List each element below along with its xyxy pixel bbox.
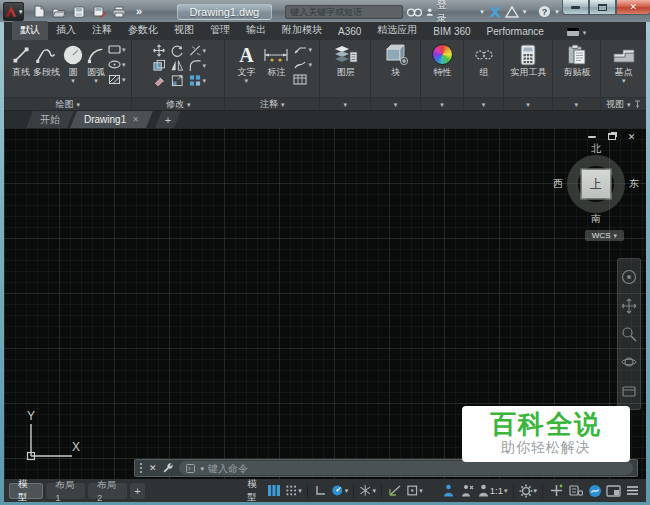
panel-title-properties[interactable]: [421, 97, 463, 110]
paste-button[interactable]: 剪贴板: [563, 42, 590, 77]
copy-tool-button[interactable]: [152, 59, 166, 72]
command-close-icon[interactable]: [149, 464, 157, 473]
command-customize-wrench-icon[interactable]: [162, 462, 174, 474]
insert-block-button[interactable]: 块: [384, 42, 408, 77]
grid-display-toggle[interactable]: [266, 482, 283, 499]
panel-title-draw[interactable]: 绘图: [4, 97, 131, 110]
viewcube-west-label[interactable]: 西: [553, 177, 563, 191]
recent-commands-icon[interactable]: [186, 464, 197, 473]
layout-tab-model[interactable]: 模型: [9, 483, 43, 499]
panel-title-modify[interactable]: 修改: [132, 97, 224, 110]
mleader-tool-button[interactable]: [293, 58, 312, 71]
scale-tool-button[interactable]: [170, 74, 184, 87]
viewcube-top-face[interactable]: 上: [581, 169, 612, 200]
qat-more-button[interactable]: [131, 4, 148, 20]
annotation-visibility-toggle[interactable]: [440, 482, 457, 499]
doc-close-button[interactable]: [625, 131, 638, 142]
isodraft-toggle[interactable]: [359, 482, 376, 499]
ribbon-tab-a360[interactable]: A360: [330, 24, 369, 40]
polar-arrow-icon[interactable]: [345, 487, 349, 494]
polyline-tool-button[interactable]: 多段线: [33, 42, 60, 77]
ribbon-tab-bim360[interactable]: BIM 360: [425, 24, 478, 40]
rotate-tool-button[interactable]: [170, 44, 184, 57]
ellipse-tool-button[interactable]: [108, 58, 126, 71]
workspace-arrow-icon[interactable]: [534, 487, 538, 494]
viewcube-east-label[interactable]: 东: [629, 177, 639, 191]
window-minimize-button[interactable]: [562, 0, 589, 15]
open-file-button[interactable]: [51, 4, 68, 20]
properties-button[interactable]: 特性: [432, 42, 453, 77]
erase-tool-button[interactable]: [152, 74, 166, 87]
new-layout-button[interactable]: [130, 483, 145, 499]
new-drawing-tab-button[interactable]: [155, 111, 181, 128]
panel-title-utilities[interactable]: [504, 97, 552, 110]
clean-screen-button[interactable]: [605, 482, 622, 499]
help-button[interactable]: ?: [538, 5, 551, 18]
hatch-tool-button[interactable]: [108, 73, 126, 86]
ribbon-tab-output[interactable]: 输出: [238, 21, 274, 40]
dock-grip-icon[interactable]: [139, 462, 144, 474]
tab-close-icon[interactable]: [132, 115, 139, 124]
layout-tab-layout2[interactable]: 布局2: [88, 483, 127, 499]
ribbon-tab-insert[interactable]: 插入: [48, 21, 84, 40]
move-tool-button[interactable]: [152, 44, 166, 57]
object-snap-tracking-toggle[interactable]: [387, 482, 404, 499]
viewcube-south-label[interactable]: 南: [591, 212, 601, 226]
doc-minimize-button[interactable]: [585, 131, 598, 142]
arc-tool-button[interactable]: 圆弧: [86, 42, 106, 84]
ribbon-tab-home[interactable]: 默认: [12, 21, 48, 40]
window-maximize-button[interactable]: [589, 0, 616, 15]
viewcube-north-label[interactable]: 北: [591, 142, 601, 156]
rectangle-tool-button[interactable]: [108, 43, 126, 56]
panel-title-groups[interactable]: [464, 97, 503, 110]
circle-tool-button[interactable]: 圆: [62, 42, 84, 84]
array-tool-button[interactable]: [188, 74, 207, 87]
dimension-tool-button[interactable]: 标注: [261, 42, 291, 77]
window-close-button[interactable]: [616, 0, 650, 15]
file-tab-start[interactable]: 开始: [26, 111, 74, 128]
doc-restore-button[interactable]: [605, 131, 618, 142]
annotation-scale-button[interactable]: 1:1: [478, 482, 508, 499]
app-menu-button[interactable]: [3, 2, 24, 21]
plot-button[interactable]: [111, 4, 128, 20]
panel-title-view[interactable]: 视图: [601, 97, 646, 110]
ribbon-tab-addins[interactable]: 附加模块: [274, 21, 330, 40]
customize-button[interactable]: [624, 482, 641, 499]
ribbon-tab-parametric[interactable]: 参数化: [120, 21, 166, 40]
ribbon-collapse-button[interactable]: [562, 27, 591, 40]
exchange-apps-button[interactable]: [488, 6, 501, 18]
model-space-toggle[interactable]: 模型: [244, 478, 263, 504]
workspace-switching-button[interactable]: [519, 482, 538, 499]
panel-title-annotation[interactable]: 注释: [225, 97, 319, 110]
snap-mode-toggle[interactable]: [285, 482, 302, 499]
command-input[interactable]: [208, 463, 626, 474]
annotation-scale-value[interactable]: 1:1: [490, 485, 503, 496]
ribbon-tab-annotate[interactable]: 注释: [84, 21, 120, 40]
panel-title-clipboard[interactable]: [553, 97, 599, 110]
ribbon-tab-view[interactable]: 视图: [166, 21, 202, 40]
group-button[interactable]: 组: [474, 42, 494, 77]
command-input-wrap[interactable]: [179, 461, 633, 475]
panel-title-block[interactable]: [371, 97, 419, 110]
osnap-arrow-icon[interactable]: [419, 487, 423, 494]
drawing-canvas[interactable]: 北 南 西 东 上 WCS: [4, 128, 646, 479]
wcs-menu[interactable]: WCS: [585, 230, 624, 241]
ribbon-tab-performance[interactable]: Performance: [479, 24, 552, 40]
utilities-button[interactable]: 实用工具: [510, 42, 546, 77]
object-snap-toggle[interactable]: [406, 482, 423, 499]
search-button[interactable]: [407, 6, 422, 17]
ribbon-tab-featured-apps[interactable]: 精选应用: [369, 21, 425, 40]
polar-tracking-toggle[interactable]: [331, 482, 348, 499]
isodraft-arrow-icon[interactable]: [373, 487, 377, 494]
ribbon-tab-manage[interactable]: 管理: [202, 21, 238, 40]
search-input[interactable]: [285, 5, 403, 19]
save-button[interactable]: [71, 4, 88, 20]
viewcube[interactable]: 北 南 西 东 上: [556, 144, 636, 224]
navigation-bar[interactable]: [617, 258, 641, 410]
panel-title-layers[interactable]: [320, 97, 370, 110]
ucs-icon[interactable]: Y X: [14, 409, 86, 465]
line-tool-button[interactable]: 直线: [11, 42, 31, 77]
fillet-tool-button[interactable]: [188, 59, 207, 72]
file-tab-drawing1[interactable]: Drawing1: [70, 111, 153, 128]
layer-properties-button[interactable]: 图层: [334, 42, 358, 77]
